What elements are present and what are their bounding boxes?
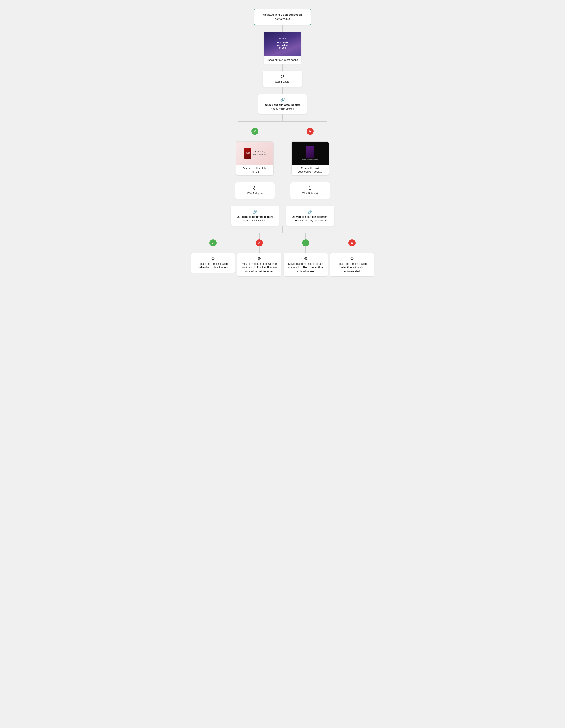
email2-label: Our best-seller of the month! [236,165,273,175]
email3-label: Do you like self development books? [292,165,329,175]
vc1 [213,233,213,239]
v4-r [310,199,310,206]
email2-node[interactable]: YOUNGBLOOD A Best-Selling Book by Joe Sh… [236,141,274,176]
badge-yes-2[interactable]: ✓ [209,239,216,246]
email1-brand: BRAND [279,38,286,40]
vc3 [306,233,306,239]
action-col-2: ✕ ⚙ Move to another step: Update custom … [236,233,282,276]
gear-icon-2: ⚙ [241,256,277,261]
wait1-node[interactable]: ⏱ Wait 3 day(s) [262,71,303,87]
wait2-text: Wait 3 day(s) [240,191,270,195]
email3-node[interactable]: Sound of Sleeping Planets Do you like se… [291,141,329,176]
condition1-text: Check out our latest books! had any link… [263,103,302,111]
action3-text: Move to another step: Update custom fiel… [288,262,324,273]
gear-icon-4: ⚙ [334,256,370,261]
connector-5 [282,226,283,233]
condition3-text: Do you like self development books? had … [291,215,330,223]
condition3-node[interactable]: 🔗 Do you like self development books? ha… [286,206,335,226]
v1-l [255,121,255,128]
email1-label: Check out our latest books! [264,56,301,64]
vc3b [306,246,306,253]
trigger-text: Updated field Book collection contains N… [259,13,306,21]
action-col-4: ✕ ⚙ Update custom field Book collection … [329,233,375,276]
connector-2 [282,64,283,71]
action4-text: Update custom field Book collection with… [334,262,370,273]
clock-icon-1: ⏱ [267,74,298,79]
link-icon-1: 🔗 [263,98,302,102]
badge-no-3[interactable]: ✕ [349,239,356,246]
connector-1 [282,25,283,32]
badge-no-2[interactable]: ✕ [256,239,263,246]
connector-3 [282,87,283,94]
vc2b [259,246,259,253]
gear-icon-3: ⚙ [288,256,324,261]
h-line-1 [238,121,327,122]
action2-node[interactable]: ⚙ Move to another step: Update custom fi… [237,253,281,276]
action1-node[interactable]: ⚙ Update custom field Book collection wi… [191,253,235,273]
vc2 [259,233,259,239]
condition1-node[interactable]: 🔗 Check out our latest books! had any li… [258,94,307,114]
v3-r [310,176,310,182]
clock-icon-2: ⏱ [240,186,270,191]
action4-node[interactable]: ⚙ Update custom field Book collection wi… [330,253,374,276]
branch-split-2: ✓ ⚙ Update custom field Book collection … [190,233,375,276]
vc4b [352,246,352,253]
branch-left-1: ✓ YOUNGBLOOD A Best-Selling Book by Joe … [227,121,282,226]
connector-4 [282,114,283,121]
trigger-node[interactable]: Updated field Book collection contains N… [254,9,311,25]
branch-right-1: ✕ Sound of Sleeping Planets Do you like … [282,121,338,226]
badge-no-1[interactable]: ✕ [307,128,314,135]
v1-r [310,121,310,128]
action-col-1: ✓ ⚙ Update custom field Book collection … [190,233,236,273]
condition2-text: Our best-seller of the month! had any li… [235,215,274,223]
link-icon-3: 🔗 [291,209,330,214]
action2-text: Move to another step: Update custom fiel… [241,262,277,273]
action3-node[interactable]: ⚙ Move to another step: Update custom fi… [284,253,328,276]
condition2-node[interactable]: 🔗 Our best-seller of the month! had any … [230,206,279,226]
wait2-node[interactable]: ⏱ Wait 3 day(s) [235,182,275,199]
clock-icon-3: ⏱ [295,186,325,191]
v2-r [310,135,310,141]
email1-node[interactable]: BRAND New booksare waitingfor you! Check… [263,32,301,64]
wait1-text: Wait 3 day(s) [267,80,298,84]
flow-container: Updated field Book collection contains N… [176,9,389,277]
wait3-text: Wait 3 day(s) [295,191,325,195]
badge-yes-3[interactable]: ✓ [302,239,309,246]
gear-icon-1: ⚙ [195,256,231,261]
badge-yes-1[interactable]: ✓ [251,128,258,135]
v2-l [255,135,255,141]
v4-l [255,199,255,206]
action-col-3: ✓ ⚙ Move to another step: Update custom … [282,233,329,276]
email1-thumb-title: New booksare waitingfor you! [277,41,289,49]
wait3-node[interactable]: ⏱ Wait 3 day(s) [290,182,330,199]
vc1b [213,246,213,253]
vc4 [352,233,352,239]
h-line-2 [199,233,366,233]
v3-l [255,176,255,182]
action1-text: Update custom field Book collection with… [195,262,231,270]
link-icon-2: 🔗 [235,209,274,214]
